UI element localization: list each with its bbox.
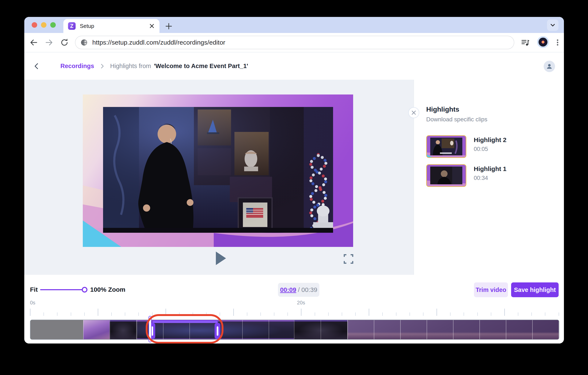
highlight-2-duration: 00:05 [474, 146, 488, 152]
zoom-slider-track[interactable] [40, 289, 84, 290]
breadcrumb-recordings-link[interactable]: Recordings [60, 63, 94, 69]
macos-close-button[interactable] [32, 22, 37, 28]
ruler-tick [274, 312, 274, 316]
ruler-tick [260, 312, 261, 316]
tab-title: Setup [80, 23, 149, 29]
profile-avatar[interactable] [537, 36, 549, 48]
ruler-label: 20s [297, 300, 305, 306]
breadcrumb-recording-title: 'Welcome to Acme Event Part_1' [154, 63, 248, 69]
highlight-2-name: Highlight 2 [474, 136, 506, 143]
timeline-ruler: 0s20s [30, 300, 559, 316]
ruler-tick [559, 312, 559, 316]
play-button[interactable] [214, 250, 228, 267]
ruler-tick [545, 312, 545, 316]
browser-window: Z Setup https://setup.zuddl.com/zuddl/re… [24, 17, 564, 343]
ruler-tick [504, 309, 505, 316]
highlights-sidebar: Highlights Download specific clips Highl… [414, 80, 564, 275]
highlight-1-name: Highlight 1 [474, 165, 506, 173]
filmstrip[interactable] [30, 320, 559, 340]
tab-search-button[interactable] [547, 20, 558, 31]
page-back-chevron-icon[interactable] [33, 62, 40, 70]
zoom-level-label: 100% Zoom [90, 286, 126, 293]
video-canvas[interactable] [83, 95, 353, 247]
tab-close-icon[interactable] [149, 23, 155, 29]
back-icon[interactable] [28, 37, 40, 48]
user-avatar-button[interactable] [544, 61, 555, 72]
reload-icon[interactable] [59, 37, 70, 48]
tab-strip: Z Setup [24, 17, 564, 33]
vinyl-record-avatar-image [539, 38, 547, 46]
ruler-tick [179, 312, 179, 316]
breadcrumb-context: Highlights from [110, 63, 151, 69]
ruler-tick [71, 312, 71, 316]
filmstrip-segment-gray [31, 320, 83, 339]
highlight-1-duration: 00:34 [474, 175, 488, 181]
ruler-tick [328, 312, 329, 316]
ruler-tick [206, 312, 207, 316]
macos-zoom-button[interactable] [50, 22, 56, 28]
highlight-2-thumbnail[interactable] [426, 135, 466, 158]
ruler-tick [57, 312, 57, 316]
ruler-tick [450, 312, 451, 316]
current-time-link[interactable]: 00:09 [280, 286, 296, 293]
ruler-tick [43, 312, 44, 316]
ruler-tick [84, 312, 85, 316]
ruler-tick [152, 312, 152, 316]
ruler-tick [30, 309, 31, 316]
ruler-tick [410, 312, 410, 316]
ruler-tick [382, 312, 383, 316]
time-display: 00:09 / 00:39 [278, 283, 319, 297]
ruler-tick [423, 312, 423, 316]
ruler-tick [396, 312, 396, 316]
highlight-1-thumb-image [427, 165, 466, 186]
browser-tab[interactable]: Z Setup [63, 19, 159, 33]
sidebar-close-button[interactable] [408, 107, 419, 118]
person-icon [546, 63, 553, 70]
ruler-tick [193, 312, 193, 316]
ruler-tick [477, 312, 478, 316]
sidebar-subtitle: Download specific clips [426, 116, 487, 123]
playhead[interactable] [148, 316, 152, 342]
video-frame [103, 107, 333, 233]
media-controls-icon[interactable] [520, 37, 531, 48]
forward-icon[interactable] [43, 37, 55, 48]
trim-handle-right[interactable] [215, 323, 220, 339]
highlight-1-thumbnail[interactable] [426, 164, 466, 187]
site-info-globe-icon[interactable] [81, 39, 88, 46]
new-tab-button[interactable] [164, 22, 173, 31]
filmstrip-segment-wallpaper_dim [347, 320, 559, 339]
browser-menu-kebab-icon[interactable] [552, 37, 563, 48]
close-icon [411, 110, 417, 115]
filmstrip-segment-closeup [110, 320, 137, 339]
timeline-panel: Fit 100% Zoom 00:09 / 00:39 Trim video S… [24, 275, 564, 343]
trim-video-button[interactable]: Trim video [474, 282, 508, 297]
ruler-tick [301, 309, 301, 316]
zoom-slider-knob[interactable] [82, 287, 87, 293]
ruler-tick [369, 309, 369, 316]
ruler-tick [355, 312, 356, 316]
ruler-tick [233, 309, 234, 316]
save-highlight-button[interactable]: Save highlight [511, 282, 559, 297]
filmstrip-segment-wallpaper [83, 320, 110, 339]
app-header: Recordings Highlights from 'Welcome to A… [24, 52, 564, 80]
time-separator: / [298, 286, 300, 293]
ruler-tick [342, 312, 342, 316]
ruler-tick [437, 309, 437, 316]
screenshot-stage: Z Setup https://setup.zuddl.com/zuddl/re… [0, 0, 588, 375]
ruler-tick [518, 312, 518, 316]
url-text: https://setup.zuddl.com/zuddl/recordings… [92, 39, 225, 46]
ruler-tick [220, 312, 220, 316]
macos-minimize-button[interactable] [41, 22, 46, 28]
highlight-2-thumb-image [427, 136, 466, 157]
trim-selection[interactable] [152, 320, 218, 340]
url-bar[interactable]: https://setup.zuddl.com/zuddl/recordings… [75, 36, 514, 49]
stage-scene [103, 107, 333, 233]
ruler-tick [491, 312, 491, 316]
sidebar-title: Highlights [426, 105, 459, 113]
fullscreen-icon[interactable] [343, 253, 354, 265]
breadcrumb: Recordings Highlights from 'Welcome to A… [50, 63, 248, 69]
filmstrip-segment-closeup [294, 320, 347, 339]
zuddl-favicon: Z [68, 22, 76, 30]
breadcrumb-chevron-icon [100, 63, 105, 69]
ruler-tick [287, 312, 288, 316]
